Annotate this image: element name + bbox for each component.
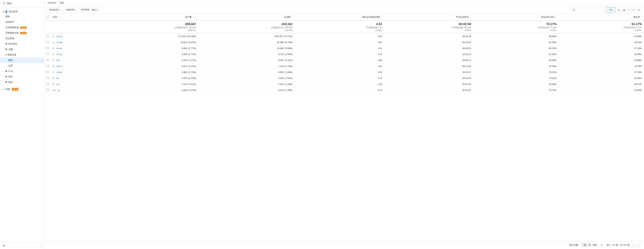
row-checkbox[interactable] — [46, 41, 49, 43]
summary-row: 308,667 占总数的百分比: 100.00% (308,667) 418,1… — [44, 21, 644, 33]
row-bounce-cell: 52.55% — [558, 75, 644, 81]
page-input[interactable] — [598, 243, 605, 247]
sidebar-item-characteristics[interactable]: ▶ 受众特征 — [0, 41, 44, 47]
col-sessions[interactable]: 会话数 ? — [198, 14, 295, 21]
sidebar-realtime-header[interactable]: ⏱ 实时 — [0, 0, 44, 7]
sidebar-item-active-users[interactable]: 活跃用户 — [0, 19, 44, 25]
sidebar-item-audience[interactable]: ▾ 👤 受众群体 — [0, 9, 44, 14]
sidebar-item-attribution[interactable]: ↩ 归因 测试版 — [0, 86, 44, 91]
settings-icon[interactable]: ⚙ — [3, 244, 5, 247]
view-list-button[interactable]: ≡ — [627, 8, 631, 12]
view-grid-button[interactable]: ⊞ — [616, 8, 621, 12]
sidebar-item-audiences[interactable]: 受众群体 — [0, 36, 44, 41]
checkbox-header[interactable] — [44, 14, 51, 21]
row-rank: 9. — [53, 83, 55, 85]
row-pages: 3.79 — [378, 77, 382, 80]
row-sessions-pct: (57.57%) — [284, 35, 293, 38]
language-link[interactable]: en-us — [56, 35, 62, 38]
row-pages: 3.70 — [378, 89, 382, 91]
row-checkbox[interactable] — [46, 59, 49, 61]
rows-select[interactable]: 10 25 50 100 — [582, 243, 591, 247]
rows-label: 显示行数： — [569, 243, 580, 246]
col-duration[interactable]: 平均会话时长 ? — [384, 14, 473, 21]
row-checkbox-cell[interactable] — [44, 57, 51, 63]
row-checkbox-cell[interactable] — [44, 69, 51, 75]
view-pie-button[interactable]: ◕ — [622, 8, 626, 12]
row-checkbox[interactable] — [46, 47, 49, 49]
row-checkbox[interactable] — [46, 89, 49, 91]
row-checkbox[interactable] — [46, 77, 49, 79]
row-checkbox-cell[interactable] — [44, 81, 51, 87]
col-language[interactable]: 语言 ? — [51, 14, 102, 21]
language-link[interactable]: es-es — [56, 47, 62, 50]
collapse-icon[interactable]: ‹ — [41, 244, 42, 247]
language-link[interactable]: fr-fr — [56, 59, 60, 62]
draw-selection-button[interactable]: 绘制选定行 — [47, 7, 62, 12]
secondary-dim-button[interactable]: 次级维度 ▾ — [63, 7, 78, 12]
search-input[interactable] — [576, 9, 603, 11]
language-link[interactable]: en-gb — [56, 41, 62, 44]
sidebar-item-mobile[interactable]: ▶ 移动 — [0, 80, 44, 85]
bounce-help-icon[interactable]: ? — [641, 16, 642, 18]
pages-help-icon[interactable]: ? — [381, 16, 382, 18]
advanced-button[interactable]: 高级 — [606, 7, 615, 12]
search-box[interactable]: 🔍 — [571, 8, 605, 12]
language-help-icon[interactable]: ? — [58, 16, 59, 18]
row-checkbox[interactable] — [46, 35, 49, 37]
row-sessions-pct: (8.73%) — [285, 41, 293, 44]
sidebar-item-technology[interactable]: ▶ 技术 — [0, 74, 44, 80]
sidebar-item-geo[interactable]: ▾ 地理位置 — [0, 52, 44, 58]
row-checkbox-cell[interactable] — [44, 33, 51, 39]
sort-type-button[interactable]: 排序类型： 默认 ▾ — [79, 7, 100, 12]
row-checkbox-cell[interactable] — [44, 51, 51, 57]
row-checkbox[interactable] — [46, 53, 49, 55]
duration-help-icon[interactable]: ? — [470, 16, 471, 18]
summary-bounce-label: 平均浏览次数: 51.17% — [560, 26, 642, 29]
attribution-icon: ↩ — [3, 88, 4, 91]
language-link[interactable]: it-it — [56, 83, 60, 85]
row-checkbox-cell[interactable] — [44, 87, 51, 93]
row-checkbox-cell[interactable] — [44, 75, 51, 81]
row-checkbox[interactable] — [46, 65, 49, 67]
row-bounce-cell: 53.90% — [558, 87, 644, 93]
sidebar-item-interests[interactable]: ▶ 兴趣 — [0, 47, 44, 52]
cohort-analysis-label: 同类群组分析 — [6, 32, 19, 34]
row-duration-cell: 00:02:47 — [384, 69, 473, 75]
col-users[interactable]: 用户数 ? ↓ — [102, 14, 198, 21]
row-checkbox-cell[interactable] — [44, 45, 51, 51]
sidebar-item-location[interactable]: 位置 — [0, 63, 44, 69]
view-compare-button[interactable]: ⇄ — [631, 8, 636, 12]
language-link[interactable]: zh-tw — [56, 71, 62, 74]
row-checkbox[interactable] — [46, 83, 49, 85]
row-checkbox[interactable] — [46, 71, 49, 73]
row-checkbox-cell[interactable] — [44, 63, 51, 69]
table-row: 8. en 4,974 (1.59%) 6,439 (1.54%) 3.79 0… — [44, 75, 644, 81]
sidebar-item-overview[interactable]: 概览 — [0, 14, 44, 19]
col-bounce[interactable]: 跳出率 ? — [558, 14, 644, 21]
select-all-checkbox[interactable] — [46, 16, 49, 18]
person-icon: 👤 — [5, 11, 8, 13]
summary-sessions-pct-val: (418,162) — [200, 29, 293, 31]
next-page-button[interactable]: › — [637, 243, 641, 247]
prev-page-button[interactable]: ‹ — [631, 243, 635, 247]
language-link[interactable]: ja — [58, 89, 60, 91]
col-new-session[interactable]: 新会话百分比 ? — [473, 14, 559, 21]
row-sessions: 12,866 — [277, 47, 284, 50]
sidebar-item-behavior[interactable]: ▶ 行为 — [0, 69, 44, 74]
overview-label: 概览 — [6, 15, 10, 18]
language-link[interactable]: en-ca — [56, 53, 62, 56]
col-pages[interactable]: 每次会话浏览页数 ? — [295, 14, 384, 21]
new-session-help-icon[interactable]: ? — [556, 16, 556, 18]
language-link[interactable]: en — [56, 77, 59, 80]
language-link[interactable]: zh-cn — [56, 65, 62, 68]
row-new-session: 76.01% — [549, 77, 556, 80]
view-pivot-button[interactable]: ⊟ — [636, 8, 641, 12]
sidebar-item-cohort-analysis[interactable]: 同类群组分析 测试版 — [0, 30, 44, 36]
sessions-help-icon[interactable]: ? — [292, 16, 292, 18]
row-pages: 3.55 — [378, 71, 382, 74]
sidebar-item-lifetime-value[interactable]: 生命周期价值 测试版 — [0, 25, 44, 30]
mobile-label: 移动 — [8, 81, 13, 83]
users-help-icon[interactable]: ? — [193, 16, 194, 18]
sidebar-item-language[interactable]: 语言 — [0, 58, 44, 63]
row-checkbox-cell[interactable] — [44, 39, 51, 45]
